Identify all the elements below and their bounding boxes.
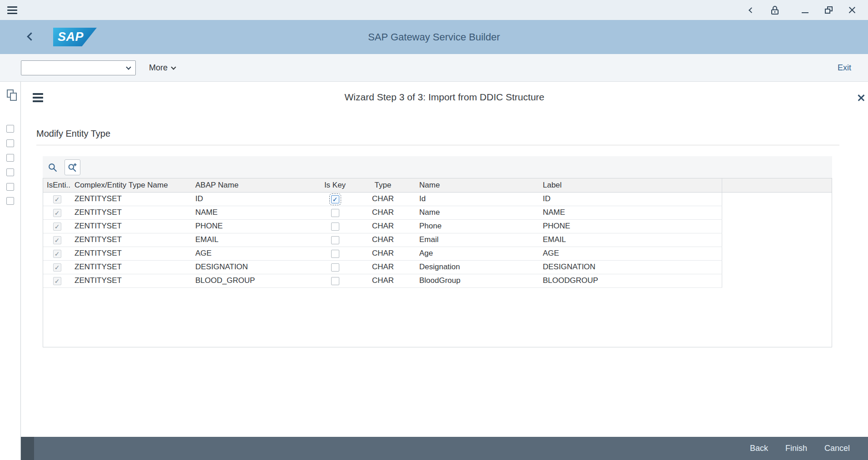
entity-properties-table: IsEnti..Complex/Entity Type NameABAP Nam… — [43, 178, 832, 347]
column-header-label[interactable]: Label — [539, 178, 722, 192]
maximize-icon[interactable] — [823, 4, 834, 16]
search-plus-icon-button[interactable] — [64, 159, 80, 175]
back-button[interactable]: Back — [750, 444, 768, 453]
column-header-name[interactable]: Name — [416, 178, 539, 192]
row-checkbox[interactable] — [6, 168, 14, 176]
cell-abap-name: AGE — [192, 247, 320, 260]
copy-icon[interactable] — [7, 89, 18, 101]
cell-is-key — [320, 260, 350, 274]
is-key-checkbox[interactable] — [331, 263, 339, 272]
cell-type: CHAR — [350, 219, 416, 233]
cell-type: CHAR — [350, 247, 416, 260]
column-header-abap-name[interactable]: ABAP Name — [192, 178, 320, 192]
cell-name: Email — [416, 233, 539, 247]
table-row[interactable]: ✓ZENTITYSETDESIGNATIONCHARDesignationDES… — [43, 260, 832, 274]
cancel-button[interactable]: Cancel — [824, 444, 850, 453]
column-header-is-key[interactable]: Is Key — [320, 178, 350, 192]
menu-icon[interactable] — [7, 6, 17, 14]
command-combobox[interactable] — [21, 60, 136, 75]
cell-is-key: ✓ — [320, 192, 350, 206]
search-icon-button[interactable] — [45, 159, 60, 175]
is-entity-checkbox[interactable]: ✓ — [53, 277, 61, 285]
row-checkbox[interactable] — [6, 183, 14, 191]
is-entity-checkbox[interactable]: ✓ — [53, 195, 61, 203]
is-key-checkbox[interactable] — [331, 250, 339, 258]
transaction-toolbar: More Exit — [0, 54, 868, 82]
is-key-checkbox[interactable] — [331, 209, 339, 217]
lock-icon[interactable] — [769, 4, 781, 16]
cell-type: CHAR — [350, 233, 416, 247]
cell-label: NAME — [539, 206, 722, 219]
table-row[interactable]: ✓ZENTITYSETID✓CHARIdID — [43, 192, 832, 206]
cell-entity-type-name: ZENTITYSET — [71, 233, 192, 247]
cell-is-key — [320, 247, 350, 260]
column-header-type[interactable]: Type — [350, 178, 416, 192]
is-entity-checkbox[interactable]: ✓ — [53, 236, 61, 244]
is-entity-checkbox[interactable]: ✓ — [53, 263, 61, 272]
minimize-icon[interactable] — [799, 4, 811, 16]
cell-is-key — [320, 274, 350, 287]
cell-name: BloodGroup — [416, 274, 539, 287]
header-back-button[interactable] — [28, 33, 34, 41]
is-key-checkbox[interactable] — [331, 223, 339, 231]
close-icon[interactable] — [846, 4, 858, 16]
cell-entity-type-name: ZENTITYSET — [71, 206, 192, 219]
cell-is-key — [320, 219, 350, 233]
row-checkbox[interactable] — [6, 197, 14, 205]
cell-name: Id — [416, 192, 539, 206]
column-header-is-entity[interactable]: IsEnti.. — [43, 178, 71, 192]
table-row[interactable]: ✓ZENTITYSETNAMECHARNameNAME — [43, 206, 832, 219]
cell-abap-name: DESIGNATION — [192, 260, 320, 274]
cell-is-entity: ✓ — [43, 247, 71, 260]
table-row[interactable]: ✓ZENTITYSETPHONECHARPhonePHONE — [43, 219, 832, 233]
cell-name: Designation — [416, 260, 539, 274]
cell-entity-type-name: ZENTITYSET — [71, 260, 192, 274]
cell-trailing — [722, 274, 832, 287]
is-key-checkbox[interactable] — [331, 277, 339, 285]
table-row[interactable]: ✓ZENTITYSETAGECHARAgeAGE — [43, 247, 832, 260]
more-button[interactable]: More — [149, 63, 175, 73]
cell-label: AGE — [539, 247, 722, 260]
cell-entity-type-name: ZENTITYSET — [71, 219, 192, 233]
column-header-entity-type-name[interactable]: Complex/Entity Type Name — [71, 178, 192, 192]
cell-label: DESIGNATION — [539, 260, 722, 274]
cell-name: Phone — [416, 219, 539, 233]
cell-label: BLOODGROUP — [539, 274, 722, 287]
exit-button[interactable]: Exit — [838, 63, 851, 73]
wizard-title: Wizard Step 3 of 3: Import from DDIC Str… — [21, 92, 868, 103]
cell-type: CHAR — [350, 274, 416, 287]
cell-is-entity: ✓ — [43, 219, 71, 233]
page-title: SAP Gateway Service Builder — [0, 31, 868, 43]
cell-trailing — [722, 233, 832, 247]
cell-abap-name: BLOOD_GROUP — [192, 274, 320, 287]
cell-entity-type-name: ZENTITYSET — [71, 247, 192, 260]
section-divider — [36, 145, 839, 145]
table-row[interactable]: ✓ZENTITYSETEMAILCHAREmailEMAIL — [43, 233, 832, 247]
footer-left-notch — [21, 437, 34, 460]
is-entity-checkbox[interactable]: ✓ — [53, 250, 61, 258]
is-entity-checkbox[interactable]: ✓ — [53, 223, 61, 231]
chevron-down-icon — [126, 64, 131, 69]
cell-is-entity: ✓ — [43, 260, 71, 274]
cell-is-entity: ✓ — [43, 233, 71, 247]
wizard-dialog: Wizard Step 3 of 3: Import from DDIC Str… — [21, 82, 868, 437]
row-checkbox[interactable] — [6, 139, 14, 147]
table-row[interactable]: ✓ZENTITYSETBLOOD_GROUPCHARBloodGroupBLOO… — [43, 274, 832, 287]
back-icon[interactable] — [745, 4, 757, 16]
table-header-row: IsEnti..Complex/Entity Type NameABAP Nam… — [43, 178, 832, 192]
search-plus-icon — [68, 163, 77, 172]
cell-label: EMAIL — [539, 233, 722, 247]
is-key-checkbox[interactable]: ✓ — [331, 195, 339, 203]
cell-trailing — [722, 247, 832, 260]
cell-type: CHAR — [350, 192, 416, 206]
is-entity-checkbox[interactable]: ✓ — [53, 209, 61, 217]
is-key-checkbox[interactable] — [331, 236, 339, 244]
row-checkbox[interactable] — [6, 125, 14, 133]
cell-is-entity: ✓ — [43, 274, 71, 287]
cell-entity-type-name: ZENTITYSET — [71, 192, 192, 206]
row-checkbox[interactable] — [6, 154, 14, 162]
finish-button[interactable]: Finish — [785, 444, 807, 453]
cell-abap-name: ID — [192, 192, 320, 206]
more-button-label: More — [149, 63, 168, 73]
cell-is-entity: ✓ — [43, 206, 71, 219]
